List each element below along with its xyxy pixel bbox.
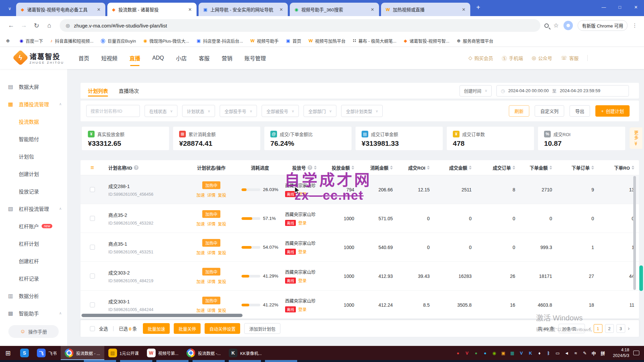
sidebar-item[interactable]: 计划包 [0, 147, 67, 165]
bulk-action-button[interactable]: 批量关停 [174, 323, 201, 334]
app-logo[interactable]: ϟ 诸葛智投 ZHUGE ZHITOU [15, 51, 64, 64]
sidebar-item[interactable]: ▦ 直播投流管理 ∧ [0, 95, 67, 113]
quick-link[interactable]: Ⓢ 手机端 [502, 55, 523, 62]
reinvest-link[interactable]: 复投 [218, 192, 226, 198]
tab-search-icon[interactable]: ∨ [5, 4, 14, 13]
tray-icon[interactable]: ◉ [490, 349, 498, 357]
filter-select[interactable]: 计划状态 ∨ [182, 105, 215, 117]
custom-columns-button[interactable]: 自定义列 [535, 105, 564, 117]
tray-icon[interactable]: ✎ [581, 349, 589, 357]
plan-name[interactable]: 成交288-1 [108, 183, 188, 189]
forward-icon[interactable]: → [17, 19, 30, 32]
table-vertical-scrollbar[interactable] [633, 176, 636, 290]
tray-icon[interactable]: ● [472, 349, 480, 357]
taskbar-app[interactable]: ▨ 1元公开课 [104, 346, 143, 360]
bookmark-item[interactable]: ◆ 诸葛智投-视频号智... [404, 38, 449, 44]
page-tab[interactable]: 直播场次 [119, 83, 139, 99]
detail-link[interactable]: 详情 [207, 278, 215, 285]
browser-tab[interactable]: ▣ 上网导航 - 安全实用的网址导航 ✕ [199, 3, 288, 16]
bookmark-item[interactable]: ∷ 幕布 - 极简大纲笔... [353, 38, 396, 44]
taskbar-app[interactable]: 投流数据 - ... [61, 346, 104, 360]
bookmark-item[interactable]: ▣ 首页 [286, 38, 301, 44]
table-row[interactable]: 商点35-2 ID:5896261005_453282 加热中 加速 详情 复投 [80, 204, 639, 233]
sort-icon[interactable] [352, 166, 354, 170]
page-number[interactable]: 2 [605, 324, 614, 333]
more-stats-button[interactable]: 更多 ≫ [630, 127, 642, 149]
column-header[interactable]: 成交ROI [397, 164, 434, 171]
info-icon[interactable] [134, 165, 139, 170]
speed-up-link[interactable]: 加速 [196, 249, 205, 256]
detail-link[interactable]: 详情 [207, 249, 215, 256]
tray-icon[interactable]: ♦ [535, 349, 543, 357]
taskbar-clock[interactable]: 4:18 2024/5/3 [613, 347, 629, 359]
tray-icon[interactable]: ᛒ [544, 349, 552, 357]
login-link[interactable]: 登录 [298, 306, 307, 312]
bulk-action-button[interactable]: 批量加速 [143, 323, 170, 334]
column-header[interactable]: 消耗金额 [359, 164, 397, 171]
login-link[interactable]: 登录 [298, 277, 307, 284]
tray-icon[interactable]: ≈ [572, 349, 580, 357]
taskbar-app[interactable]: 飞 飞书 [33, 346, 61, 360]
column-header[interactable]: 成交订单 [476, 164, 520, 171]
info-icon[interactable] [308, 165, 312, 170]
bookmark-item[interactable]: ◉ 百度一下 [19, 38, 43, 44]
bulk-action-button[interactable]: 自动关停设置 [205, 323, 240, 334]
sidebar-item[interactable]: ▤ 数据大屏 [0, 78, 67, 95]
reinvest-link[interactable]: 复投 [218, 307, 226, 313]
sidebar-item[interactable]: 投流数据 [0, 113, 67, 130]
back-icon[interactable]: ← [5, 19, 17, 32]
browser-tab[interactable]: W 加热视频或直播 ✕ [381, 3, 470, 16]
sort-icon[interactable] [469, 166, 472, 170]
tab-close-icon[interactable]: ✕ [187, 7, 193, 12]
column-header[interactable]: 计划状态/操作 [188, 164, 235, 171]
row-checkbox[interactable] [90, 245, 95, 250]
nav-item[interactable]: 客服 [199, 47, 210, 69]
tray-icon[interactable]: V [517, 349, 525, 357]
select-all-label[interactable]: 全选 [99, 325, 108, 332]
nav-item[interactable]: ADQ [152, 47, 164, 69]
column-header[interactable]: 下单金额 [520, 164, 557, 171]
select-all-checkbox[interactable] [90, 326, 95, 331]
table-row[interactable]: 成交303-2 ID:5896261005_484219 加热中 加速 详情 复… [80, 262, 639, 291]
reinvest-link[interactable]: 复投 [218, 221, 226, 227]
home-icon[interactable]: ⌂ [43, 19, 56, 32]
sort-icon[interactable] [513, 166, 515, 170]
filter-select[interactable]: 全部计划类型 ∨ [341, 105, 383, 117]
manual-button[interactable]: ☺ 操作手册 [8, 325, 59, 338]
tray-icon[interactable]: ▣ [499, 349, 507, 357]
bookmark-item[interactable]: Ⓑ 巨量百应Buyin [101, 38, 136, 44]
tray-icon[interactable]: 中 [590, 349, 598, 357]
taskbar-app[interactable]: K KK录像机... [225, 346, 266, 360]
new-tab-button[interactable]: + [476, 4, 480, 11]
quick-link[interactable]: ☏ 客服 [561, 55, 579, 61]
bookmark-star-icon[interactable]: ☆ [553, 22, 559, 29]
add-to-package-button[interactable]: 添加到计划包 [244, 323, 280, 334]
sidebar-item[interactable]: ▩ 智能助手 ∧ [0, 304, 67, 322]
page-scrollbar-thumb[interactable] [639, 265, 643, 291]
export-button[interactable]: 导出 [570, 105, 590, 117]
maximize-button[interactable]: □ [612, 0, 628, 14]
column-header[interactable]: 消耗进度 [235, 164, 285, 171]
search-input[interactable] [86, 105, 140, 117]
table-row[interactable]: 商点35-1 ID:5896261005_453251 加热中 加速 详情 复投 [80, 233, 639, 262]
browser-tab[interactable]: ◉ 视频号助手_360搜索 ✕ [290, 3, 379, 16]
column-header[interactable]: 成交金额 [434, 164, 476, 171]
horizontal-scrollbar[interactable] [82, 314, 243, 317]
quick-link[interactable]: ◎ 公众号 [532, 55, 552, 61]
column-header[interactable]: 下单订单 [557, 164, 599, 171]
tab-close-icon[interactable]: ✕ [461, 7, 467, 12]
url-text[interactable]: zhuge.v-ma.com/#/live-studio/live-plan/l… [74, 23, 167, 28]
plan-name[interactable]: 成交303-1 [108, 298, 188, 305]
nav-item[interactable]: 首页 [78, 47, 89, 69]
plan-name[interactable]: 成交303-2 [108, 269, 188, 276]
sidebar-item[interactable]: 投放记录 [0, 182, 67, 200]
nav-item[interactable]: 营销 [222, 47, 232, 69]
filter-select[interactable]: 全部投手号 ∨ [220, 105, 257, 117]
taskbar-app[interactable]: W 视频号第... [143, 346, 182, 360]
bookmark-item[interactable]: ⊕ [6, 38, 12, 43]
column-header[interactable]: 下单RO [599, 164, 639, 171]
tab-close-icon[interactable]: ✕ [96, 7, 102, 12]
taskbar-app[interactable]: 投流数据 -... [182, 346, 225, 360]
row-checkbox[interactable] [90, 274, 95, 279]
speed-up-link[interactable]: 加速 [196, 307, 205, 313]
